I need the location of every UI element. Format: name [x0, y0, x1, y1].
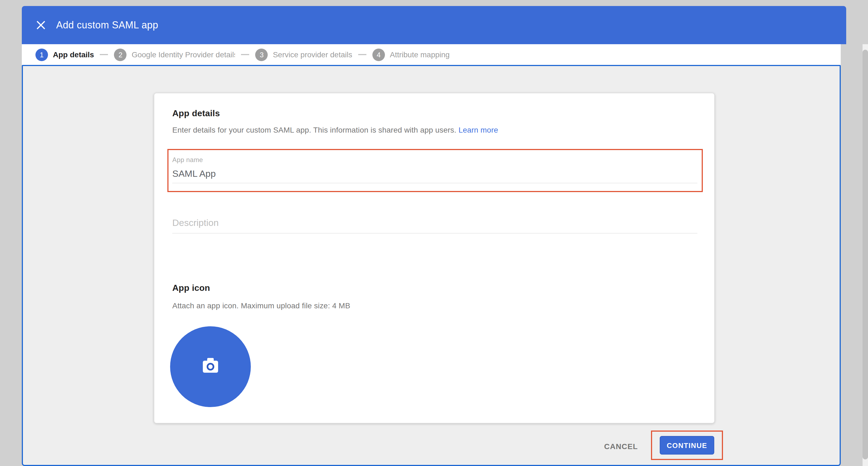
continue-button[interactable]: CONTINUE [660, 436, 714, 455]
step-2-circle: 2 [114, 48, 127, 61]
step-connector [100, 54, 108, 55]
section-description-text: Enter details for your custom SAML app. … [172, 125, 456, 134]
cancel-button[interactable]: CANCEL [600, 437, 642, 456]
step-1-label: App details [53, 50, 94, 59]
dialog-content: App details Enter details for your custo… [22, 65, 841, 466]
app-icon-description: Attach an app icon. Maximum upload file … [172, 301, 350, 310]
step-1-circle: 1 [35, 48, 48, 61]
close-icon[interactable] [35, 19, 47, 31]
section-description: Enter details for your custom SAML app. … [172, 125, 498, 134]
continue-highlight-box: CONTINUE [651, 431, 723, 460]
camera-icon [203, 361, 218, 373]
step-google-idp-details[interactable]: 2 Google Identity Provider details [114, 48, 235, 61]
learn-more-link[interactable]: Learn more [459, 125, 498, 134]
step-connector [358, 54, 366, 55]
description-input[interactable] [172, 218, 698, 234]
scrollbar-thumb[interactable] [863, 50, 868, 460]
step-attribute-mapping[interactable]: 4 Attribute mapping [372, 48, 450, 61]
section-title-app-details: App details [172, 109, 220, 118]
stepper: 1 App details 2 Google Identity Provider… [22, 44, 841, 65]
step-4-label: Attribute mapping [390, 50, 450, 59]
step-3-circle: 3 [255, 48, 268, 61]
app-name-label: App name [172, 156, 702, 164]
dialog-header: Add custom SAML app [22, 6, 846, 44]
step-2-label: Google Identity Provider details [132, 50, 235, 59]
step-4-circle: 4 [372, 48, 385, 61]
close-x-glyph [36, 20, 46, 30]
step-3-label: Service provider details [273, 50, 352, 59]
app-details-card: App details Enter details for your custo… [154, 93, 715, 424]
description-field [172, 218, 698, 234]
app-name-input[interactable] [172, 169, 698, 183]
app-icon-upload-button[interactable] [170, 326, 251, 407]
step-service-provider-details[interactable]: 3 Service provider details [255, 48, 352, 61]
section-title-app-icon: App icon [172, 283, 210, 293]
scrollbar-track[interactable] [863, 44, 868, 466]
app-name-highlight-box: App name [167, 149, 703, 192]
dialog-title: Add custom SAML app [56, 6, 158, 44]
add-custom-saml-app-dialog: Add custom SAML app 1 App details 2 Goog… [22, 6, 846, 460]
screen: Add custom SAML app 1 App details 2 Goog… [0, 0, 868, 466]
step-app-details[interactable]: 1 App details [35, 48, 94, 61]
step-connector [241, 54, 249, 55]
